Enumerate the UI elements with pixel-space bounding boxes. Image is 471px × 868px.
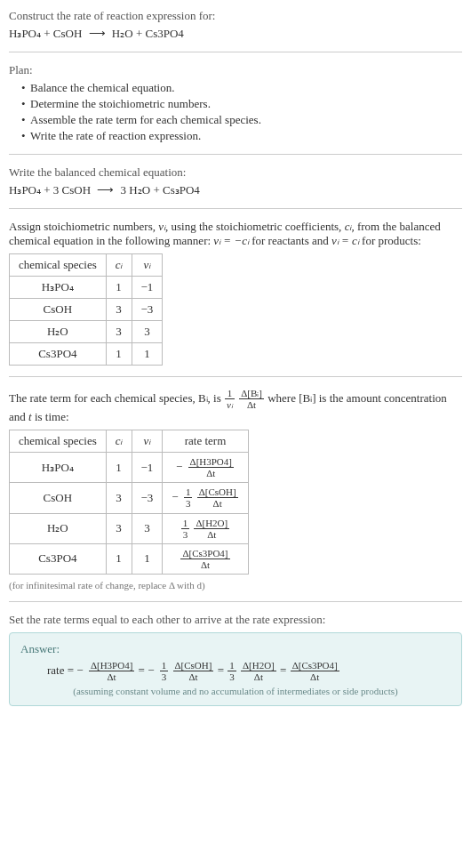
denominator: Δt (239, 399, 264, 410)
stoich-table: chemical species cᵢ νᵢ H₃PO₄ 1 −1 CsOH 3… (9, 253, 163, 366)
rate-expression: rate = − Δ[H3PO4] Δt = − 1 3 Δ[CsOH] Δt … (20, 660, 451, 682)
denominator: Δt (241, 671, 276, 682)
col-ci: cᵢ (106, 430, 132, 453)
minus: − (172, 490, 178, 503)
numerator: Δ[CsOH] (197, 486, 238, 498)
table-row: chemical species cᵢ νᵢ (10, 254, 163, 277)
table-row: Cs3PO4 1 1 (10, 343, 163, 366)
denominator: 3 (184, 498, 193, 509)
cell: H₃PO₄ (10, 277, 107, 299)
table-row: H₂O 3 3 1 3 Δ[H2O] Δt (10, 513, 249, 543)
arrow-icon: ⟶ (89, 27, 106, 41)
list-item: Balance the chemical equation. (21, 81, 462, 95)
construct-prompt: Construct the rate of reaction expressio… (9, 9, 462, 23)
divider (9, 52, 462, 52)
rel1: νᵢ = −cᵢ (213, 234, 249, 247)
fraction: 1 3 (228, 660, 236, 682)
numerator: Δ[CsOH] (173, 660, 214, 671)
denominator: 3 (228, 671, 236, 682)
balanced-equation: H₃PO₄ + 3 CsOH ⟶ 3 H₂O + Cs₃PO4 (9, 183, 462, 197)
denominator: νᵢ (225, 399, 235, 410)
rel2: νᵢ = cᵢ (331, 234, 359, 247)
cell: H₂O (10, 321, 107, 343)
fraction: 1 3 (184, 486, 193, 509)
text: is time: (32, 410, 69, 423)
denominator: Δt (180, 559, 229, 570)
cell: CsOH (10, 483, 107, 513)
text: , using the stoichiometric coefficients, (165, 220, 345, 233)
fraction: Δ[H3PO4] Δt (89, 660, 134, 682)
fraction: Δ[Cs3PO4] Δt (291, 660, 339, 682)
numerator: 1 (160, 660, 169, 671)
denominator: 3 (160, 671, 169, 682)
fraction: Δ[Bᵢ] Δt (239, 388, 264, 410)
table-row: H₃PO₄ 1 −1 (10, 277, 163, 299)
eq1-lhs: H₃PO₄ + CsOH (9, 27, 82, 40)
nu-i: νᵢ (158, 220, 165, 233)
numerator: Δ[H3PO4] (188, 456, 234, 468)
col-species: chemical species (10, 430, 107, 453)
text: for reactants and (249, 234, 331, 247)
table-row: chemical species cᵢ νᵢ rate term (10, 430, 249, 453)
denominator: Δt (89, 671, 134, 682)
list-item: Determine the stoichiometric numbers. (21, 97, 462, 111)
eq2-rhs: 3 H₂O + Cs₃PO4 (121, 183, 200, 197)
numerator: Δ[Bᵢ] (239, 388, 264, 399)
cell-rate: − Δ[H3PO4] Δt (163, 453, 248, 483)
stoich-intro: Assign stoichiometric numbers, νᵢ, using… (9, 220, 462, 248)
text: The rate term for each chemical species,… (9, 391, 224, 405)
col-species: chemical species (10, 254, 107, 277)
assumption-note: (assuming constant volume and no accumul… (20, 686, 451, 696)
fraction: Δ[H2O] Δt (241, 660, 276, 682)
divider (9, 376, 462, 377)
fraction: Δ[CsOH] Δt (173, 660, 214, 682)
divider (9, 208, 462, 209)
numerator: Δ[H2O] (241, 660, 276, 671)
answer-box: Answer: rate = − Δ[H3PO4] Δt = − 1 3 Δ[C… (9, 632, 462, 706)
text: Assign stoichiometric numbers, (9, 220, 158, 233)
numerator: 1 (225, 388, 235, 399)
eq1-rhs: H₂O + Cs3PO4 (112, 27, 184, 40)
numerator: Δ[H2O] (194, 518, 229, 529)
fraction: Δ[H3PO4] Δt (188, 456, 234, 478)
cell: H₂O (10, 513, 107, 543)
cell: 1 (106, 277, 132, 299)
cell: −3 (132, 299, 163, 321)
fraction: 1 νᵢ (225, 388, 235, 410)
denominator: Δt (173, 671, 214, 682)
equals: = (218, 663, 228, 677)
cell-rate: 1 3 Δ[H2O] Δt (163, 513, 248, 543)
rate-prefix: rate = (47, 663, 76, 677)
rate-term-table: chemical species cᵢ νᵢ rate term H₃PO₄ 1… (9, 430, 249, 575)
plan-heading: Plan: (9, 63, 462, 77)
text: for products: (359, 234, 421, 247)
cell: −1 (132, 453, 163, 483)
denominator: Δt (197, 498, 238, 509)
cell-rate: − 1 3 Δ[CsOH] Δt (163, 483, 248, 513)
numerator: 1 (184, 486, 193, 498)
table-row: H₃PO₄ 1 −1 − Δ[H3PO4] Δt (10, 453, 249, 483)
cell: −3 (132, 483, 163, 513)
col-nui: νᵢ (132, 254, 163, 277)
cell: 3 (106, 513, 132, 543)
unbalanced-equation: H₃PO₄ + CsOH ⟶ H₂O + Cs3PO4 (9, 27, 462, 41)
cell: 3 (106, 321, 132, 343)
cell: CsOH (10, 299, 107, 321)
balanced-heading: Write the balanced chemical equation: (9, 165, 462, 180)
cell: 1 (132, 343, 163, 366)
list-item: Write the rate of reaction expression. (21, 129, 462, 143)
divider (9, 601, 462, 602)
cell: 3 (106, 299, 132, 321)
cell-rate: Δ[Cs3PO4] Δt (163, 543, 248, 574)
minus: − (176, 460, 182, 473)
fraction: Δ[Cs3PO4] Δt (180, 548, 229, 570)
numerator: Δ[Cs3PO4] (291, 660, 339, 671)
cell: 3 (132, 513, 163, 543)
numerator: 1 (181, 518, 190, 529)
minus: − (76, 663, 83, 677)
col-rate: rate term (163, 430, 248, 453)
col-nui: νᵢ (132, 430, 163, 453)
cell: 3 (106, 483, 132, 513)
plan-list: Balance the chemical equation. Determine… (9, 81, 462, 143)
arrow-icon: ⟶ (97, 183, 114, 197)
